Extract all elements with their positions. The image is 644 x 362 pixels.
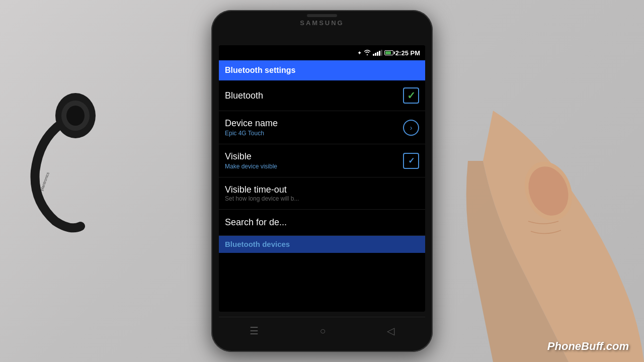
hand-overlay bbox=[392, 111, 644, 362]
home-button[interactable]: ○ bbox=[319, 325, 326, 337]
signal-bar-1 bbox=[373, 54, 374, 56]
battery-fill bbox=[385, 51, 391, 54]
samsung-logo: SAMSUNG bbox=[300, 19, 344, 27]
signal-bars bbox=[373, 50, 382, 56]
search-devices-title: Search for de... bbox=[225, 217, 287, 228]
status-icons: ✦ bbox=[357, 49, 420, 57]
status-time: 2:25 PM bbox=[395, 49, 420, 57]
menu-button[interactable]: ☰ bbox=[250, 325, 259, 337]
visible-setting-subtitle: Make device visible bbox=[225, 163, 403, 170]
phone-speaker bbox=[307, 14, 337, 17]
bluetooth-checkmark: ✓ bbox=[407, 90, 416, 101]
bluetooth-checkbox[interactable]: ✓ bbox=[403, 87, 419, 104]
battery-icon bbox=[384, 50, 393, 55]
signal-bar-3 bbox=[377, 52, 378, 56]
earpiece-device: plantronics bbox=[25, 90, 126, 241]
phonebuff-watermark: PhoneBuff.com bbox=[547, 340, 629, 353]
bluetooth-setting-title: Bluetooth bbox=[225, 90, 403, 101]
svg-point-2 bbox=[66, 106, 85, 126]
device-name-subtitle: Epic 4G Touch bbox=[225, 130, 403, 137]
watermark-text: PhoneBuff.com bbox=[547, 340, 629, 352]
device-name-content: Device name Epic 4G Touch bbox=[225, 118, 403, 137]
signal-bar-5 bbox=[381, 50, 382, 56]
bluetooth-setting-content: Bluetooth bbox=[225, 90, 403, 101]
visible-timeout-subtitle: Set how long device will b... bbox=[225, 195, 336, 202]
visible-timeout-content: Visible time-out Set how long device wil… bbox=[225, 185, 419, 202]
visible-timeout-title: Visible time-out bbox=[225, 185, 419, 195]
svg-text:plantronics: plantronics bbox=[39, 171, 50, 191]
wifi-status-icon bbox=[364, 49, 371, 57]
visible-setting-title: Visible bbox=[225, 151, 403, 162]
bluetooth-status-icon: ✦ bbox=[357, 50, 362, 56]
signal-bar-4 bbox=[379, 51, 380, 56]
status-bar: ✦ bbox=[219, 45, 425, 60]
bluetooth-setting-item[interactable]: Bluetooth ✓ bbox=[219, 80, 425, 111]
action-bar-title: Bluetooth settings bbox=[225, 66, 295, 75]
action-bar: Bluetooth settings bbox=[219, 60, 425, 80]
bluetooth-devices-header-text: Bluetooth devices bbox=[225, 240, 290, 248]
signal-bar-2 bbox=[375, 53, 376, 56]
device-name-title: Device name bbox=[225, 118, 403, 129]
visible-setting-content: Visible Make device visible bbox=[225, 151, 403, 170]
